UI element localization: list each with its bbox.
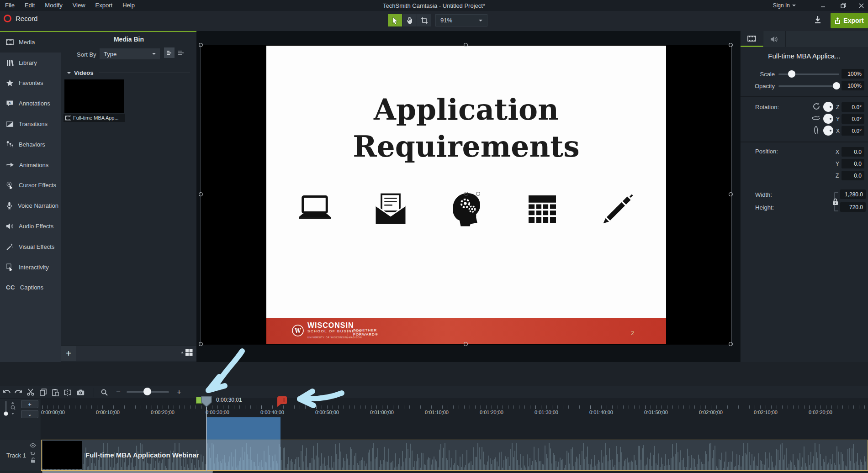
media-item-label[interactable]: Full-time MBA App... — [64, 114, 125, 122]
sort-by-dropdown[interactable]: Type — [100, 48, 160, 59]
track1-header[interactable]: Track 1 — [0, 440, 41, 471]
record-button[interactable]: Record — [4, 15, 37, 22]
rotation-y-field[interactable]: 0.0° — [842, 114, 864, 124]
width-label: Width: — [755, 191, 772, 198]
sign-in-menu[interactable]: Sign In — [773, 0, 796, 11]
split-button[interactable] — [62, 387, 73, 397]
video-stage[interactable]: Application Requirements W WISCONSIN SCH — [201, 45, 731, 345]
redo-button[interactable] — [13, 387, 24, 397]
sidebar-item-cursor-effects[interactable]: Cursor Effects — [0, 175, 61, 196]
timeline-zoom-out-button[interactable]: − — [113, 387, 124, 397]
resize-handle-w[interactable] — [199, 192, 203, 196]
menu-help[interactable]: Help — [117, 0, 140, 11]
menu-modify[interactable]: Modify — [40, 0, 67, 11]
add-media-button[interactable]: + — [61, 346, 76, 361]
opacity-slider-handle[interactable] — [833, 82, 840, 89]
ruler-label: 0:01:10;00 — [425, 410, 449, 415]
pan-tool-button[interactable] — [402, 14, 417, 26]
scale-slider[interactable] — [778, 74, 839, 75]
scale-slider-handle[interactable] — [788, 70, 795, 78]
rotation-x-knob[interactable] — [823, 126, 833, 136]
selection-end-marker[interactable] — [277, 396, 287, 407]
media-item-thumbnail[interactable] — [64, 79, 124, 113]
resize-handle-ne[interactable] — [729, 43, 733, 47]
timeline-selection-region[interactable] — [206, 417, 281, 440]
sidebar-item-behaviors[interactable]: Behaviors — [0, 134, 61, 155]
anchor-handle[interactable] — [464, 192, 468, 196]
camtasia-app: TechSmith Camtasia - Untitled Project* F… — [0, 0, 868, 473]
height-field[interactable]: 720.0 — [840, 202, 866, 212]
collapse-tracks-button[interactable]: ⌄ — [21, 410, 38, 418]
sidebar-item-transitions[interactable]: Transitions — [0, 114, 61, 134]
track1-media-clip[interactable]: Full-time MBA Application Webinar — [41, 440, 868, 471]
sidebar-item-animations[interactable]: Animations — [0, 155, 61, 175]
sidebar-item-library[interactable]: Library — [0, 53, 61, 73]
menu-edit[interactable]: Edit — [20, 0, 40, 11]
menu-export[interactable]: Export — [90, 0, 118, 11]
rotation-z-knob[interactable] — [823, 102, 833, 112]
resize-handle-se[interactable] — [729, 342, 733, 346]
rotation-handle[interactable] — [476, 192, 480, 196]
screenshot-button[interactable] — [75, 387, 86, 397]
rotation-z-field[interactable]: 0.0° — [842, 102, 864, 112]
cut-button[interactable] — [25, 387, 36, 397]
opacity-slider[interactable] — [778, 85, 839, 87]
undo-button[interactable] — [1, 387, 12, 397]
timeline-zoom-in-button[interactable]: + — [174, 387, 185, 397]
zoom-to-fit-icon[interactable] — [10, 402, 16, 415]
close-button[interactable] — [854, 0, 868, 11]
timeline-zoom-slider-handle[interactable] — [143, 388, 151, 395]
sidebar-item-interactivity[interactable]: Interactivity — [0, 257, 61, 278]
opacity-value-field[interactable]: 100% — [842, 81, 864, 90]
restore-button[interactable] — [836, 0, 850, 11]
lock-icon[interactable] — [832, 198, 839, 205]
position-x-field[interactable]: 0.0 — [842, 147, 864, 157]
width-field[interactable]: 1,280.0 — [840, 189, 866, 199]
tab-audio-properties[interactable] — [763, 31, 786, 47]
crop-tool-button[interactable] — [417, 14, 431, 26]
canvas-zoom-dropdown[interactable]: 91% — [435, 14, 487, 26]
position-z-field[interactable]: 0.0 — [842, 171, 864, 180]
download-button[interactable] — [814, 16, 821, 24]
playhead-line[interactable] — [206, 407, 207, 471]
copy-button[interactable] — [37, 387, 48, 397]
playhead-handle[interactable] — [201, 396, 212, 407]
detail-view-button[interactable] — [164, 47, 175, 58]
timeline-zoom-button[interactable] — [99, 387, 110, 397]
menu-file[interactable]: File — [0, 0, 20, 11]
detail-list-icon — [166, 50, 173, 56]
resize-handle-nw[interactable] — [199, 43, 203, 47]
resize-handle-e[interactable] — [729, 192, 733, 196]
paste-button[interactable] — [50, 387, 61, 397]
videos-section-header[interactable]: Videos — [67, 69, 93, 76]
resize-handle-sw[interactable] — [199, 342, 203, 346]
rotation-y-knob[interactable] — [823, 114, 833, 124]
track-height-slider[interactable] — [3, 401, 9, 416]
select-tool-button[interactable] — [388, 14, 402, 26]
sidebar-item-visual-effects[interactable]: Visual Effects — [0, 236, 61, 257]
thumbnail-size-button[interactable] — [181, 348, 193, 356]
sidebar-item-voice-narration[interactable]: Voice Narration — [0, 195, 61, 216]
list-view-button[interactable] — [175, 47, 186, 58]
sidebar-item-audio-effects[interactable]: Audio Effects — [0, 216, 61, 236]
rotation-x-field[interactable]: 0.0° — [842, 126, 864, 136]
timeline-scrollbar-thumb[interactable] — [42, 471, 213, 473]
resize-handle-s[interactable] — [464, 342, 468, 346]
timeline-ruler[interactable]: 0:00:00;00 0:00:10;00 0:00:20;00 0:00:30… — [41, 399, 868, 417]
track-lock-icon[interactable] — [31, 457, 36, 463]
sidebar-item-media[interactable]: Media — [0, 32, 61, 53]
add-track-button[interactable]: + — [21, 400, 38, 408]
sidebar-item-annotations[interactable]: a Annotations — [0, 93, 61, 114]
scale-value-field[interactable]: 100% — [842, 69, 864, 79]
minimize-button[interactable] — [816, 0, 830, 11]
resize-handle-n[interactable] — [464, 43, 468, 47]
menu-view[interactable]: View — [68, 0, 90, 11]
track-loop-icon[interactable] — [30, 450, 36, 455]
track-visibility-eye-icon[interactable] — [30, 443, 36, 447]
timeline-scrollbar[interactable] — [41, 471, 868, 473]
tab-video-properties[interactable] — [741, 31, 763, 47]
position-y-field[interactable]: 0.0 — [842, 159, 864, 168]
sidebar-item-captions[interactable]: CC Captions — [0, 278, 61, 298]
sidebar-item-favorites[interactable]: Favorites — [0, 73, 61, 94]
export-button[interactable]: Export — [831, 13, 868, 28]
